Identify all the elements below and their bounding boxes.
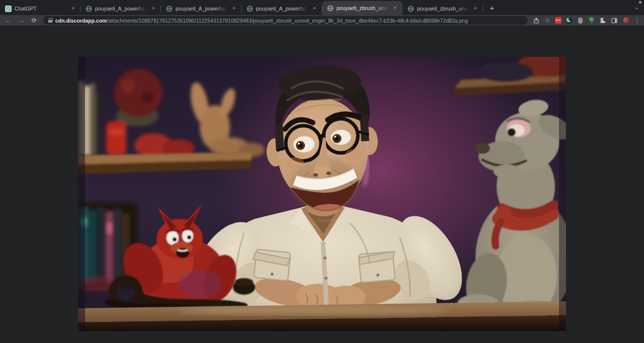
tab-title: ChatGPT xyxy=(15,6,66,12)
browser-toolbar: ← → ⟳ cdn.discordapp.com/attachments/108… xyxy=(0,15,644,26)
tab-pouyaeti-1[interactable]: pouyaeti_A_powerful_modern × xyxy=(80,2,161,15)
globe-favicon-icon xyxy=(408,6,414,12)
globe-favicon-icon xyxy=(86,6,92,12)
bookmark-star-icon[interactable]: ☆ xyxy=(544,17,550,24)
dark-reader-extension-icon[interactable] xyxy=(566,17,573,24)
tab-title: pouyaeti_A_powerful_modern xyxy=(95,6,147,12)
url-text[interactable]: cdn.discordapp.com/attachments/108978176… xyxy=(55,18,468,24)
tab-close-icon[interactable]: × xyxy=(311,5,318,12)
tab-title: pouyaeti_A_powerful_modern xyxy=(176,6,227,12)
tab-close-icon[interactable]: × xyxy=(150,5,157,12)
browser-menu-icon[interactable]: ⋮ xyxy=(634,17,640,24)
tab-pouyaeti-3[interactable]: pouyaeti_A_powerful_modern × xyxy=(242,2,322,15)
tab-close-icon[interactable]: × xyxy=(391,5,398,12)
extensions-puzzle-icon[interactable] xyxy=(599,17,606,24)
tab-strip: ChatGPT × pouyaeti_A_powerful_modern × p… xyxy=(0,0,644,15)
tab-pouyaeti-zbrush-2[interactable]: pouyaeti_zbrush_unreal_engin × xyxy=(403,2,483,15)
tab-title: pouyaeti_zbrush_unreal_engin xyxy=(337,5,388,11)
profile-avatar[interactable] xyxy=(622,17,630,24)
tab-title: pouyaeti_A_powerful_modern xyxy=(256,6,308,12)
new-tab-button[interactable]: + xyxy=(486,2,498,14)
page-viewport xyxy=(0,26,644,342)
tab-close-icon[interactable]: × xyxy=(69,5,76,12)
password-extension-icon[interactable]: ••• xyxy=(555,17,561,24)
tab-title: pouyaeti_zbrush_unreal_engin xyxy=(417,6,469,12)
side-panel-icon[interactable] xyxy=(611,17,618,24)
back-icon[interactable]: ← xyxy=(4,16,12,26)
tab-close-icon[interactable]: × xyxy=(472,5,479,12)
viewed-image[interactable] xyxy=(78,57,566,331)
toolbar-actions: ☆ ••• ⋮ xyxy=(533,17,640,24)
tab-pouyaeti-2[interactable]: pouyaeti_A_powerful_modern × xyxy=(161,2,242,15)
tab-chatgpt[interactable]: ChatGPT × xyxy=(0,2,80,15)
grey-extension-icon[interactable] xyxy=(578,18,583,24)
globe-favicon-icon xyxy=(166,6,173,12)
globe-favicon-icon xyxy=(327,5,334,12)
tab-pouyaeti-zbrush-active[interactable]: pouyaeti_zbrush_unreal_engin × xyxy=(322,1,403,15)
address-bar[interactable]: cdn.discordapp.com/attachments/108978176… xyxy=(43,16,528,25)
image-left-edge-shade xyxy=(78,57,85,331)
tree-extension-icon[interactable] xyxy=(588,17,595,24)
window-notification-dot xyxy=(639,1,641,4)
tab-close-icon[interactable]: × xyxy=(230,5,237,12)
tab-search-chevron-icon[interactable]: ⌄ xyxy=(634,4,639,11)
chatgpt-favicon-icon xyxy=(5,6,12,12)
globe-favicon-icon xyxy=(247,6,253,12)
url-path: /attachments/1089781761275351090/1122543… xyxy=(107,18,468,24)
image-right-edge-shade xyxy=(559,57,566,331)
lock-icon[interactable] xyxy=(48,18,52,23)
share-icon[interactable] xyxy=(533,17,540,24)
forward-icon[interactable]: → xyxy=(17,16,25,26)
url-domain: cdn.discordapp.com xyxy=(55,18,107,24)
reload-icon[interactable]: ⟳ xyxy=(30,16,38,26)
